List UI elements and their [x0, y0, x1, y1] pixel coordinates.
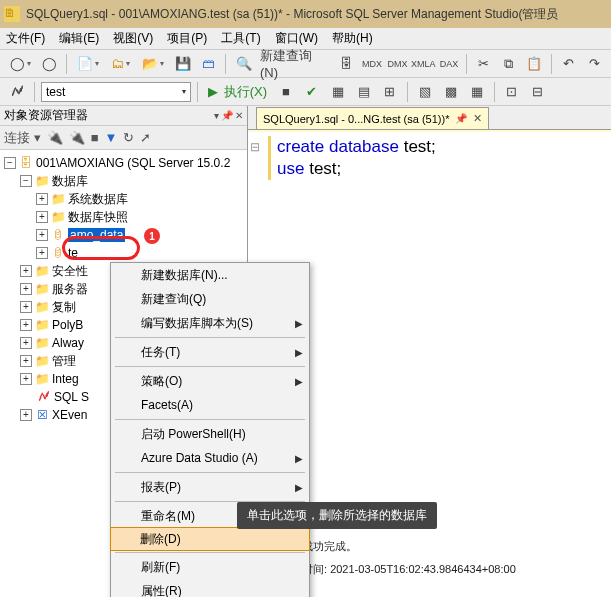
connect-icon[interactable]: 🔌	[47, 130, 63, 145]
tree-server[interactable]: −🗄001\AMOXIANG (SQL Server 15.0.2	[2, 154, 245, 172]
plan-button[interactable]: ▦	[327, 81, 349, 103]
object-explorer-toolbar: 连接 ▾ 🔌 🔌 ■ ▼ ↻ ➚	[0, 126, 247, 150]
stop-icon[interactable]: ■	[91, 130, 99, 145]
search-icon[interactable]: ➚	[140, 130, 151, 145]
object-explorer-title: 对象资源管理器 ▾📌✕	[0, 106, 247, 126]
context-menu: 新建数据库(N)... 新建查询(Q) 编写数据库脚本为(S)▶ 任务(T)▶ …	[110, 262, 310, 597]
ctx-reports[interactable]: 报表(P)▶	[111, 475, 309, 499]
ctx-policies[interactable]: 策略(O)▶	[111, 369, 309, 393]
tooltip: 单击此选项，删除所选择的数据库	[237, 502, 437, 529]
undo-button[interactable]: ↶	[558, 53, 579, 75]
toolbar-query: 🗲 test▾ ▶ 执行(X) ■ ✔ ▦ ▤ ⊞ ▧ ▩ ▦ ⊡ ⊟	[0, 78, 611, 106]
execute-button[interactable]: ▶ 执行(X)	[204, 81, 271, 103]
chevron-right-icon: ▶	[295, 453, 303, 464]
editor-tab-active[interactable]: SQLQuery1.sql - 0...NG.test (sa (51))* 📌…	[256, 107, 489, 129]
back-button[interactable]: ◯▾	[6, 53, 35, 75]
menu-file[interactable]: 文件(F)	[6, 30, 45, 47]
ctx-facets[interactable]: Facets(A)	[111, 393, 309, 417]
parse-button[interactable]: ✔	[301, 81, 323, 103]
stats-button[interactable]: ▩	[440, 81, 462, 103]
open-file-button[interactable]: 📂▾	[138, 53, 168, 75]
ctx-tasks[interactable]: 任务(T)▶	[111, 340, 309, 364]
forward-button[interactable]: ◯	[39, 53, 60, 75]
menu-tools[interactable]: 工具(T)	[221, 30, 260, 47]
menu-project[interactable]: 项目(P)	[167, 30, 207, 47]
ctx-refresh[interactable]: 刷新(F)	[111, 555, 309, 579]
chevron-right-icon: ▶	[295, 482, 303, 493]
refresh-icon[interactable]: ↻	[123, 130, 134, 145]
menu-help[interactable]: 帮助(H)	[332, 30, 373, 47]
annotation-badge-1: 1	[144, 228, 160, 244]
dax-icon[interactable]: DAX	[438, 53, 459, 75]
new-file-button[interactable]: 📄▾	[73, 53, 103, 75]
connect-icon[interactable]: 🗲	[6, 81, 28, 103]
save-all-button[interactable]: 🗃	[198, 53, 219, 75]
tree-databases[interactable]: −📁数据库	[2, 172, 245, 190]
options-button[interactable]: ▤	[353, 81, 375, 103]
specify2-button[interactable]: ⊟	[527, 81, 549, 103]
tree-amo-data[interactable]: +🛢amo_data	[2, 226, 245, 244]
open-project-button[interactable]: 🗂▾	[107, 53, 134, 75]
app-icon	[4, 6, 20, 22]
menu-window[interactable]: 窗口(W)	[275, 30, 318, 47]
menu-edit[interactable]: 编辑(E)	[59, 30, 99, 47]
tree-sysdb[interactable]: +📁系统数据库	[2, 190, 245, 208]
database-combo[interactable]: test▾	[41, 82, 191, 102]
results-grid-button[interactable]: ⊞	[379, 81, 401, 103]
ctx-new-query[interactable]: 新建查询(Q)	[111, 287, 309, 311]
disconnect-icon[interactable]: 🔌	[69, 130, 85, 145]
window-title-bar: SQLQuery1.sql - 001\AMOXIANG.test (sa (5…	[0, 0, 611, 28]
editor-tabs: SQLQuery1.sql - 0...NG.test (sa (51))* 📌…	[248, 106, 611, 130]
ctx-new-database[interactable]: 新建数据库(N)...	[111, 263, 309, 287]
chevron-right-icon: ▶	[295, 376, 303, 387]
toolbar-main: ◯▾ ◯ 📄▾ 🗂▾ 📂▾ 💾 🗃 🔍 新建查询(N) 🗄 MDX DMX XM…	[0, 50, 611, 78]
engine-query-icon[interactable]: 🗄	[336, 53, 357, 75]
save-button[interactable]: 💾	[172, 53, 193, 75]
dropdown-icon[interactable]: ▾	[214, 110, 219, 121]
ctx-powershell[interactable]: 启动 PowerShell(H)	[111, 422, 309, 446]
live-plan-button[interactable]: ▦	[466, 81, 488, 103]
chevron-right-icon: ▶	[295, 318, 303, 329]
stop-button[interactable]: ■	[275, 81, 297, 103]
include-plan-button[interactable]: ▧	[414, 81, 436, 103]
window-title: SQLQuery1.sql - 001\AMOXIANG.test (sa (5…	[26, 6, 558, 23]
ctx-delete[interactable]: 删除(D)	[110, 527, 310, 551]
messages-line: 令已成功完成。	[280, 539, 516, 554]
ctx-script-db[interactable]: 编写数据库脚本为(S)▶	[111, 311, 309, 335]
connect-label[interactable]: 连接 ▾	[4, 129, 41, 147]
close-icon[interactable]: ✕	[235, 110, 243, 121]
chevron-right-icon: ▶	[295, 347, 303, 358]
menu-view[interactable]: 视图(V)	[113, 30, 153, 47]
mdx-icon[interactable]: MDX	[361, 53, 382, 75]
filter-icon[interactable]: ▼	[104, 130, 117, 145]
pin-icon[interactable]: 📌	[455, 113, 467, 124]
redo-button[interactable]: ↷	[583, 53, 604, 75]
copy-button[interactable]: ⧉	[498, 53, 519, 75]
cut-button[interactable]: ✂	[473, 53, 494, 75]
code-editor[interactable]: ⊟ create database test; use test;	[248, 130, 611, 184]
specify-button[interactable]: ⊡	[501, 81, 523, 103]
paste-button[interactable]: 📋	[524, 53, 545, 75]
ctx-properties[interactable]: 属性(R)	[111, 579, 309, 597]
pin-icon[interactable]: 📌	[221, 110, 233, 121]
dmx-icon[interactable]: DMX	[387, 53, 408, 75]
tree-snapshot[interactable]: +📁数据库快照	[2, 208, 245, 226]
ctx-azure-data-studio[interactable]: Azure Data Studio (A)▶	[111, 446, 309, 470]
tree-te[interactable]: +🛢te	[2, 244, 245, 262]
new-query-button[interactable]: 🔍 新建查询(N)	[232, 53, 331, 75]
xmla-icon[interactable]: XMLA	[412, 53, 434, 75]
close-icon[interactable]: ✕	[473, 112, 482, 125]
